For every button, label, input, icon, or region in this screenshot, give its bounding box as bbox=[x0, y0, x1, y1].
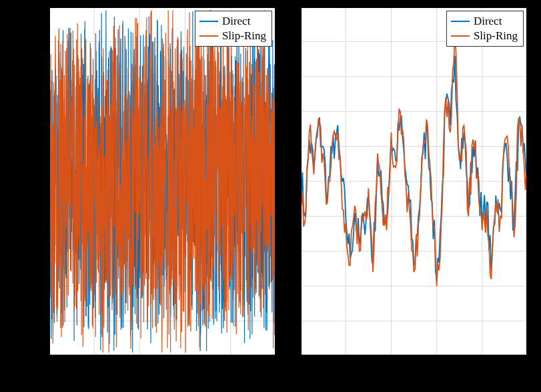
legend-item-direct: Direct bbox=[199, 14, 266, 29]
legend-swatch-slipring bbox=[199, 35, 218, 37]
legend-label: Direct bbox=[474, 14, 502, 29]
legend-swatch-slipring bbox=[451, 35, 470, 37]
chart-panel-right: Direct Slip-Ring bbox=[300, 7, 528, 356]
legend-label: Slip-Ring bbox=[474, 29, 518, 43]
legend-label: Direct bbox=[222, 14, 250, 29]
legend-left: Direct Slip-Ring bbox=[195, 11, 272, 47]
legend-right: Direct Slip-Ring bbox=[446, 11, 524, 47]
legend-label: Slip-Ring bbox=[222, 29, 266, 43]
legend-swatch-direct bbox=[199, 21, 218, 23]
legend-item-direct: Direct bbox=[451, 14, 518, 29]
legend-swatch-direct bbox=[451, 21, 470, 23]
chart-panel-left: Direct Slip-Ring bbox=[49, 7, 276, 356]
plot-area-left bbox=[49, 7, 276, 356]
legend-item-slipring: Slip-Ring bbox=[451, 29, 518, 43]
legend-item-slipring: Slip-Ring bbox=[199, 29, 266, 43]
series-direct bbox=[300, 55, 528, 279]
plot-area-right bbox=[300, 7, 528, 356]
